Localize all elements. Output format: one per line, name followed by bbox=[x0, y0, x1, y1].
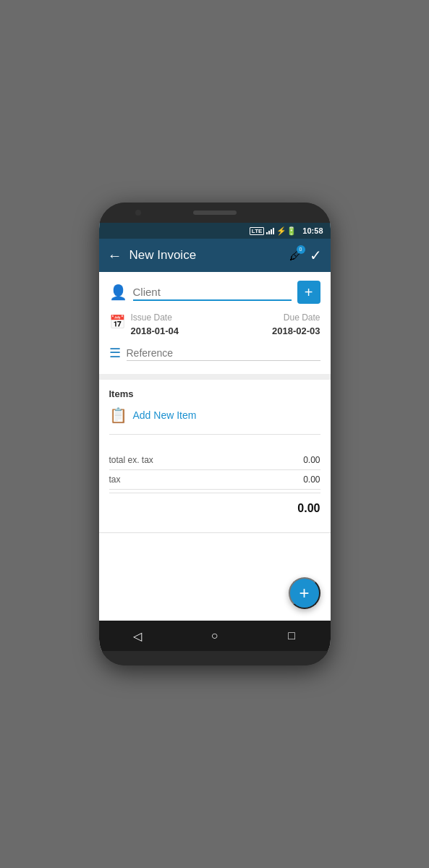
phone-top-bar bbox=[99, 203, 331, 223]
date-row: 📅 Issue Date Due Date 2018-01-04 2018-02… bbox=[109, 312, 320, 336]
confirm-button[interactable]: ✓ bbox=[310, 247, 322, 264]
add-item-label: Add New Item bbox=[133, 409, 197, 421]
add-item-icon: 📋 bbox=[109, 407, 127, 424]
add-client-button[interactable]: + bbox=[297, 281, 320, 304]
tax-label: tax bbox=[109, 475, 121, 485]
date-fields: Issue Date Due Date 2018-01-04 2018-02-0… bbox=[131, 312, 320, 336]
ex-tax-label: total ex. tax bbox=[109, 455, 153, 465]
calendar-icon: 📅 bbox=[109, 314, 125, 330]
items-section: Items 📋 Add New Item bbox=[99, 380, 331, 446]
content-area: 👤 + 📅 Issue Date Due Date 2018-01-04 bbox=[99, 272, 331, 621]
bottom-section: + bbox=[99, 529, 331, 621]
due-date-label: Due Date bbox=[284, 312, 320, 323]
nav-back-button[interactable]: ◁ bbox=[124, 623, 150, 649]
grand-total-value: 0.00 bbox=[297, 502, 320, 515]
totals-section: total ex. tax 0.00 tax 0.00 0.00 bbox=[99, 446, 331, 529]
date-values: 2018-01-04 2018-02-03 bbox=[131, 326, 320, 336]
tax-value: 0.00 bbox=[303, 475, 320, 485]
client-row: 👤 + bbox=[109, 281, 320, 304]
page-title: New Invoice bbox=[129, 248, 285, 263]
battery-icon: ⚡🔋 bbox=[276, 226, 297, 236]
nav-home-button[interactable]: ○ bbox=[201, 623, 227, 649]
signal-icon bbox=[266, 227, 274, 234]
add-item-row[interactable]: 📋 Add New Item bbox=[109, 407, 320, 431]
section-divider bbox=[99, 374, 331, 380]
total-divider bbox=[109, 493, 320, 493]
grand-total-row: 0.00 bbox=[109, 496, 320, 521]
tax-row: tax 0.00 bbox=[109, 470, 320, 490]
nav-recent-button[interactable]: □ bbox=[279, 623, 305, 649]
ex-tax-value: 0.00 bbox=[303, 455, 320, 465]
divider-after-add-item bbox=[109, 434, 320, 435]
speaker bbox=[193, 210, 237, 215]
back-button[interactable]: ← bbox=[108, 247, 122, 264]
form-section: 👤 + 📅 Issue Date Due Date 2018-01-04 bbox=[99, 272, 331, 374]
camera-dot bbox=[135, 210, 141, 216]
status-bar: LTE ⚡🔋 10:58 bbox=[99, 223, 331, 239]
person-icon: 👤 bbox=[109, 284, 127, 301]
nav-bar: ◁ ○ □ bbox=[99, 621, 331, 651]
ex-tax-row: total ex. tax 0.00 bbox=[109, 451, 320, 470]
issue-date-label: Issue Date bbox=[131, 312, 172, 323]
list-icon: ☰ bbox=[109, 345, 121, 361]
due-date-value[interactable]: 2018-02-03 bbox=[272, 326, 320, 336]
lte-icon: LTE bbox=[250, 227, 265, 235]
issue-date-value[interactable]: 2018-01-04 bbox=[131, 326, 179, 336]
client-input[interactable] bbox=[133, 284, 292, 301]
items-title: Items bbox=[109, 388, 320, 399]
date-labels: Issue Date Due Date bbox=[131, 312, 320, 323]
reference-input[interactable] bbox=[127, 346, 320, 361]
phone-bottom-bar bbox=[99, 651, 331, 665]
app-header: ← New Invoice 🖊 0 ✓ bbox=[99, 239, 331, 272]
phone-screen: LTE ⚡🔋 10:58 ← New Invoice 🖊 0 ✓ bbox=[99, 223, 331, 651]
status-time: 10:58 bbox=[302, 226, 323, 235]
reference-row: ☰ bbox=[109, 345, 320, 368]
clipboard-badge[interactable]: 🖊 0 bbox=[289, 248, 302, 263]
fab-button[interactable]: + bbox=[289, 577, 320, 609]
bottom-divider bbox=[99, 532, 331, 533]
status-icons: LTE ⚡🔋 bbox=[250, 226, 297, 236]
badge-count: 0 bbox=[297, 245, 305, 254]
